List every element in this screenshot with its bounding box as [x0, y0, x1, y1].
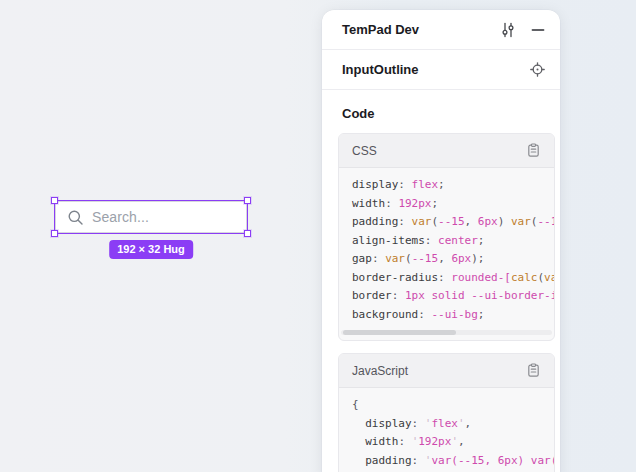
panel-title: TemPad Dev — [342, 22, 500, 37]
panel-header: TemPad Dev — [322, 10, 560, 50]
code-line: padding: 'var(--15, 6px) var(--15, 6px)'… — [352, 452, 541, 471]
minimize-icon[interactable] — [531, 23, 545, 37]
selection-handle-top-left[interactable] — [51, 197, 58, 204]
javascript-code-body[interactable]: { display: 'flex', width: '192px', paddi… — [339, 388, 554, 472]
locate-target-icon[interactable] — [530, 62, 545, 77]
javascript-code-block: JavaScript { display: 'flex', width: '19… — [338, 353, 555, 472]
code-line: padding: var(--15, 6px) var(--15, 6px); — [352, 213, 541, 232]
code-line: align-items: center; — [352, 232, 541, 251]
selection-handle-bottom-right[interactable] — [244, 230, 251, 237]
javascript-block-label: JavaScript — [352, 364, 526, 378]
horizontal-scrollbar — [341, 330, 552, 335]
css-code-body[interactable]: display: flex;width: 192px;padding: var(… — [339, 168, 554, 328]
javascript-block-header: JavaScript — [339, 354, 554, 388]
code-line: width: 192px; — [352, 195, 541, 214]
selection-size-badge: 192 × 32 Hug — [109, 240, 193, 259]
copy-icon[interactable] — [526, 143, 541, 158]
css-block-header: CSS — [339, 134, 554, 168]
css-code-block: CSS display: flex;width: 192px;padding: … — [338, 133, 555, 341]
code-line: display: flex; — [352, 176, 541, 195]
css-block-label: CSS — [352, 144, 526, 158]
code-line: width: '192px', — [352, 433, 541, 452]
component-row: InputOutline — [322, 50, 560, 90]
copy-icon[interactable] — [526, 363, 541, 378]
search-icon — [67, 209, 84, 226]
selection-handle-top-right[interactable] — [244, 197, 251, 204]
code-line: gap: var(--15, 6px); — [352, 250, 541, 269]
canvas-search-input[interactable]: Search... — [55, 201, 247, 233]
selection-handle-bottom-left[interactable] — [51, 230, 58, 237]
code-line: background: --ui-bg; — [352, 306, 541, 325]
search-placeholder: Search... — [92, 209, 149, 225]
tempad-dev-panel: TemPad Dev InputOutline — [322, 10, 560, 472]
code-line: { — [352, 396, 541, 415]
code-line: display: 'flex', — [352, 415, 541, 434]
sliders-icon[interactable] — [500, 22, 516, 38]
component-name: InputOutline — [342, 62, 530, 77]
code-section-label: Code — [342, 106, 540, 121]
code-line: border: 1px solid --ui-border-input; — [352, 287, 541, 306]
code-line: border-radius: rounded-[calc(var(--round… — [352, 269, 541, 288]
scrollbar-thumb[interactable] — [343, 330, 456, 335]
